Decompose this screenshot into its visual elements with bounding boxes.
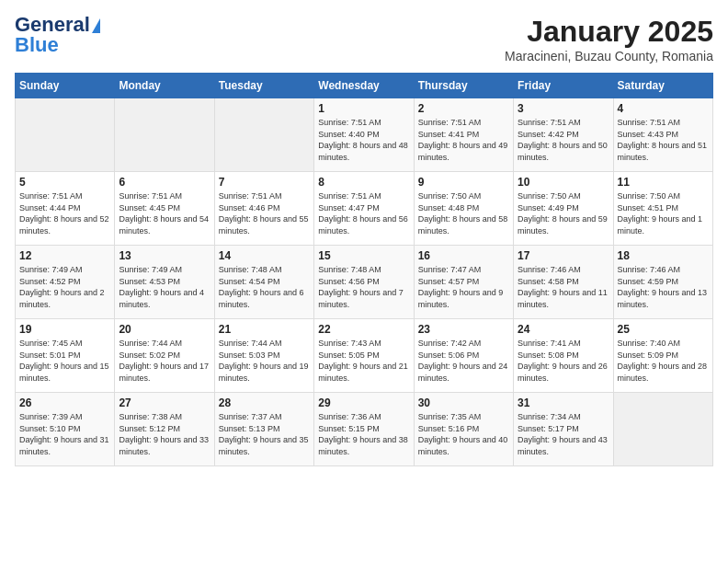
daylight-text: Daylight: 9 hours and 7 minutes. (318, 288, 404, 309)
sunset-text: Sunset: 5:15 PM (318, 424, 380, 433)
daylight-text: Daylight: 8 hours and 51 minutes. (618, 141, 708, 162)
day-info: Sunrise: 7:51 AM Sunset: 4:47 PM Dayligh… (318, 190, 409, 236)
sunrise-text: Sunrise: 7:50 AM (618, 191, 681, 201)
sunset-text: Sunset: 5:08 PM (518, 350, 579, 360)
day-info: Sunrise: 7:51 AM Sunset: 4:43 PM Dayligh… (618, 117, 709, 163)
daylight-text: Daylight: 8 hours and 55 minutes. (219, 214, 309, 236)
table-row: 1 Sunrise: 7:51 AM Sunset: 4:40 PM Dayli… (314, 98, 414, 172)
daylight-text: Daylight: 8 hours and 59 minutes. (518, 214, 608, 236)
day-info: Sunrise: 7:46 AM Sunset: 4:59 PM Dayligh… (618, 264, 709, 310)
table-row: 26 Sunrise: 7:39 AM Sunset: 5:10 PM Dayl… (16, 393, 115, 466)
day-number: 12 (19, 249, 110, 262)
day-info: Sunrise: 7:47 AM Sunset: 4:57 PM Dayligh… (418, 264, 509, 310)
table-row: 14 Sunrise: 7:48 AM Sunset: 4:54 PM Dayl… (214, 246, 313, 319)
daylight-text: Daylight: 8 hours and 49 minutes. (418, 141, 508, 162)
daylight-text: Daylight: 9 hours and 19 minutes. (219, 362, 309, 383)
sunset-text: Sunset: 4:51 PM (618, 203, 679, 213)
day-number: 31 (518, 396, 609, 409)
day-info: Sunrise: 7:45 AM Sunset: 5:01 PM Dayligh… (19, 338, 110, 384)
daylight-text: Daylight: 9 hours and 43 minutes. (518, 435, 608, 456)
day-number: 11 (618, 176, 709, 189)
table-row: 28 Sunrise: 7:37 AM Sunset: 5:13 PM Dayl… (214, 393, 313, 466)
day-number: 21 (219, 323, 310, 336)
sunrise-text: Sunrise: 7:49 AM (19, 265, 83, 274)
sunrise-text: Sunrise: 7:51 AM (119, 191, 182, 201)
sunset-text: Sunset: 4:58 PM (518, 277, 579, 286)
day-info: Sunrise: 7:43 AM Sunset: 5:05 PM Dayligh… (318, 338, 409, 384)
sunrise-text: Sunrise: 7:51 AM (318, 118, 381, 127)
sunrise-text: Sunrise: 7:51 AM (219, 191, 282, 201)
day-number: 16 (418, 249, 509, 262)
table-row: 31 Sunrise: 7:34 AM Sunset: 5:17 PM Dayl… (514, 393, 613, 466)
day-info: Sunrise: 7:48 AM Sunset: 4:56 PM Dayligh… (318, 264, 409, 310)
table-row: 19 Sunrise: 7:45 AM Sunset: 5:01 PM Dayl… (16, 319, 115, 393)
day-info: Sunrise: 7:42 AM Sunset: 5:06 PM Dayligh… (418, 338, 509, 384)
daylight-text: Daylight: 9 hours and 38 minutes. (318, 435, 408, 456)
day-number: 3 (518, 102, 609, 115)
sunset-text: Sunset: 5:09 PM (618, 350, 679, 360)
table-row: 6 Sunrise: 7:51 AM Sunset: 4:45 PM Dayli… (115, 172, 214, 246)
sunrise-text: Sunrise: 7:36 AM (318, 412, 381, 421)
sunset-text: Sunset: 4:44 PM (19, 203, 81, 213)
calendar-body: 1 Sunrise: 7:51 AM Sunset: 4:40 PM Dayli… (16, 98, 713, 466)
sunset-text: Sunset: 5:10 PM (19, 424, 81, 433)
table-row: 27 Sunrise: 7:38 AM Sunset: 5:12 PM Dayl… (115, 393, 214, 466)
table-row: 9 Sunrise: 7:50 AM Sunset: 4:48 PM Dayli… (414, 172, 513, 246)
table-row: 8 Sunrise: 7:51 AM Sunset: 4:47 PM Dayli… (314, 172, 414, 246)
table-row: 10 Sunrise: 7:50 AM Sunset: 4:49 PM Dayl… (514, 172, 613, 246)
day-info: Sunrise: 7:51 AM Sunset: 4:45 PM Dayligh… (119, 190, 210, 236)
daylight-text: Daylight: 8 hours and 56 minutes. (318, 214, 408, 236)
day-number: 22 (318, 323, 409, 336)
sunrise-text: Sunrise: 7:35 AM (418, 412, 482, 421)
logo-blue: Blue (15, 33, 59, 57)
sunrise-text: Sunrise: 7:51 AM (418, 118, 482, 127)
sunset-text: Sunset: 5:05 PM (318, 350, 380, 360)
day-number: 6 (119, 176, 210, 189)
daylight-text: Daylight: 9 hours and 9 minutes. (418, 288, 504, 309)
daylight-text: Daylight: 9 hours and 1 minute. (618, 214, 703, 236)
daylight-text: Daylight: 9 hours and 33 minutes. (119, 435, 209, 456)
daylight-text: Daylight: 8 hours and 52 minutes. (19, 214, 109, 236)
sunset-text: Sunset: 5:17 PM (518, 424, 579, 433)
day-info: Sunrise: 7:41 AM Sunset: 5:08 PM Dayligh… (518, 338, 609, 384)
day-number: 23 (418, 323, 509, 336)
table-row: 18 Sunrise: 7:46 AM Sunset: 4:59 PM Dayl… (613, 246, 712, 319)
day-number: 5 (19, 176, 110, 189)
table-row: 24 Sunrise: 7:41 AM Sunset: 5:08 PM Dayl… (514, 319, 613, 393)
daylight-text: Daylight: 8 hours and 50 minutes. (518, 141, 608, 162)
logo-text: General (15, 15, 101, 35)
sunrise-text: Sunrise: 7:43 AM (318, 339, 381, 348)
sunrise-text: Sunrise: 7:50 AM (418, 191, 482, 201)
sunrise-text: Sunrise: 7:45 AM (19, 339, 83, 348)
table-row: 17 Sunrise: 7:46 AM Sunset: 4:58 PM Dayl… (514, 246, 613, 319)
daylight-text: Daylight: 8 hours and 48 minutes. (318, 141, 408, 162)
sunrise-text: Sunrise: 7:37 AM (219, 412, 282, 421)
day-number: 15 (318, 249, 409, 262)
sunset-text: Sunset: 4:52 PM (19, 277, 81, 286)
daylight-text: Daylight: 9 hours and 35 minutes. (219, 435, 309, 456)
daylight-text: Daylight: 9 hours and 40 minutes. (418, 435, 508, 456)
sunrise-text: Sunrise: 7:46 AM (618, 265, 681, 274)
sunrise-text: Sunrise: 7:48 AM (318, 265, 381, 274)
sunrise-text: Sunrise: 7:47 AM (418, 265, 482, 274)
calendar-header: Sunday Monday Tuesday Wednesday Thursday… (16, 74, 713, 98)
title-area: January 2025 Maracineni, Buzau County, R… (505, 15, 713, 63)
table-row: 2 Sunrise: 7:51 AM Sunset: 4:41 PM Dayli… (414, 98, 513, 172)
sunrise-text: Sunrise: 7:51 AM (19, 191, 83, 201)
daylight-text: Daylight: 9 hours and 6 minutes. (219, 288, 304, 309)
daylight-text: Daylight: 8 hours and 58 minutes. (418, 214, 508, 236)
day-info: Sunrise: 7:50 AM Sunset: 4:48 PM Dayligh… (418, 190, 509, 236)
sunset-text: Sunset: 4:59 PM (618, 277, 679, 286)
sunset-text: Sunset: 4:40 PM (318, 130, 380, 139)
sunrise-text: Sunrise: 7:34 AM (518, 412, 581, 421)
sunrise-text: Sunrise: 7:41 AM (518, 339, 581, 348)
sunrise-text: Sunrise: 7:51 AM (518, 118, 581, 127)
table-row: 7 Sunrise: 7:51 AM Sunset: 4:46 PM Dayli… (214, 172, 313, 246)
header-saturday: Saturday (613, 74, 712, 98)
sunrise-text: Sunrise: 7:51 AM (618, 118, 681, 127)
logo: General Blue (15, 15, 101, 57)
sunset-text: Sunset: 4:57 PM (418, 277, 480, 286)
table-row: 30 Sunrise: 7:35 AM Sunset: 5:16 PM Dayl… (414, 393, 513, 466)
table-row: 4 Sunrise: 7:51 AM Sunset: 4:43 PM Dayli… (613, 98, 712, 172)
sunset-text: Sunset: 4:45 PM (119, 203, 180, 213)
